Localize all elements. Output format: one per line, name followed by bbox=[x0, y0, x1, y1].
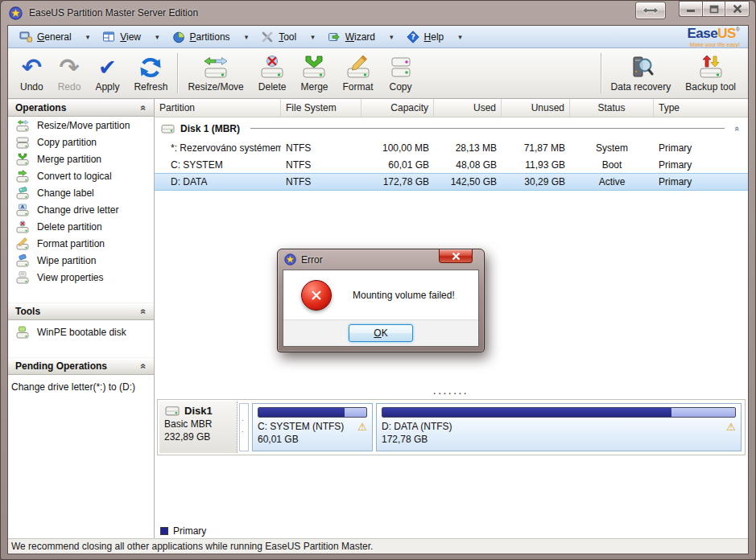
sidebar-item-view-properties[interactable]: View properties bbox=[8, 269, 154, 286]
window-title: EaseUS Partition Master Server Edition bbox=[29, 7, 198, 19]
backup-tool-button[interactable]: Backup tool bbox=[678, 50, 743, 97]
chevron-down-icon: ▾ bbox=[245, 33, 249, 41]
tools-panel-header[interactable]: Tools « bbox=[8, 303, 154, 320]
menu-wizard[interactable]: Wizard ▾ bbox=[321, 29, 400, 45]
menu-label: Tool bbox=[279, 31, 296, 43]
view-icon bbox=[102, 31, 115, 43]
redo-icon: ↷ bbox=[59, 55, 79, 80]
menu-bar: General ▾ View ▾ Partitions ▾ Tool ▾ Wiz… bbox=[8, 26, 748, 48]
brand-tagline: Make your life easy! bbox=[688, 42, 741, 47]
ok-label: OK bbox=[374, 327, 387, 339]
dialog-close-button[interactable] bbox=[439, 249, 473, 263]
table-row[interactable]: C: SYSTEM NTFS 60,01 GB 48,08 GB 11,93 G… bbox=[155, 156, 748, 173]
resize-move-button[interactable]: Resize/Move bbox=[180, 50, 250, 97]
disk-map-partition-c[interactable]: C: SYSTEM (NTFS) ⚠ 60,01 GB bbox=[252, 403, 373, 451]
tool-icon bbox=[261, 31, 274, 43]
cell-file-system: NTFS bbox=[281, 142, 361, 154]
toolbar-separator bbox=[177, 53, 178, 93]
cell-used: 142,50 GB bbox=[434, 176, 502, 187]
delete-button[interactable]: Delete bbox=[251, 50, 294, 97]
menu-tool[interactable]: Tool ▾ bbox=[254, 29, 321, 45]
disk-map-partition-d[interactable]: D: DATA (NTFS) ⚠ 172,78 GB bbox=[376, 403, 742, 451]
ok-button[interactable]: OK bbox=[349, 324, 413, 342]
format-button[interactable]: Format bbox=[336, 50, 381, 97]
apply-label: Apply bbox=[95, 81, 119, 93]
sidebar-item-convert-to-logical[interactable]: Convert to logical bbox=[8, 167, 154, 184]
table-header: Partition File System Capacity Used Unus… bbox=[155, 99, 748, 117]
format-label: Format bbox=[343, 81, 374, 93]
disk-info-cell[interactable]: Disk1 Basic MBR 232,89 GB bbox=[159, 401, 238, 453]
apply-button[interactable]: ✔ Apply bbox=[88, 50, 126, 97]
partitions-icon bbox=[172, 31, 185, 43]
toolbar-separator bbox=[601, 53, 601, 93]
sidebar-item-format-partition[interactable]: Format partition bbox=[8, 235, 154, 252]
close-icon bbox=[733, 4, 742, 14]
collapse-chevron-icon: « bbox=[733, 126, 742, 130]
window-maximize-button[interactable] bbox=[702, 1, 725, 17]
menu-general[interactable]: General ▾ bbox=[13, 29, 96, 45]
brand-us: US bbox=[717, 26, 736, 41]
merge-button[interactable]: Merge bbox=[293, 50, 335, 97]
collapse-chevron-icon: « bbox=[138, 105, 150, 111]
disk-kind: Basic MBR bbox=[164, 418, 232, 430]
table-row[interactable]: *: Rezervováno systémem NTFS 100,00 MB 2… bbox=[155, 139, 748, 156]
sidebar-item-copy-partition[interactable]: Copy partition bbox=[8, 134, 154, 150]
resize-move-label: Resize/Move bbox=[188, 81, 243, 93]
window-titlebar[interactable]: EaseUS Partition Master Server Edition bbox=[1, 1, 755, 25]
merge-icon bbox=[301, 55, 327, 80]
easeus-logo: EaseUS® Make your life easy! bbox=[688, 27, 741, 47]
menu-help[interactable]: ? Help ▾ bbox=[400, 29, 469, 45]
disk-map-partition-reserved[interactable]: · · bbox=[239, 403, 249, 451]
sidebar-item-winpe-bootable-disk[interactable]: WinPE bootable disk bbox=[8, 323, 154, 340]
pending-operations-panel-header[interactable]: Pending Operations « bbox=[8, 357, 154, 375]
sidebar-item-change-label[interactable]: Change label bbox=[8, 184, 154, 201]
cell-used: 28,13 MB bbox=[434, 142, 502, 154]
sidebar-item-label: Convert to logical bbox=[37, 171, 112, 182]
group-divider-line bbox=[250, 128, 725, 129]
column-header-file-system: File System bbox=[281, 99, 361, 117]
disk-group-row[interactable]: Disk 1 (MBR) « bbox=[155, 117, 748, 139]
undo-button[interactable]: ↶ Undo bbox=[13, 50, 51, 97]
window-close-button[interactable] bbox=[725, 1, 750, 17]
sidebar-item-resize-move-partition[interactable]: Resize/Move partition bbox=[8, 117, 154, 134]
window-minimize-button[interactable] bbox=[679, 1, 702, 17]
sidebar-item-change-drive-letter[interactable]: A Change drive letter bbox=[8, 201, 154, 218]
redo-button[interactable]: ↷ Redo bbox=[51, 50, 89, 97]
menu-label: View bbox=[120, 31, 141, 43]
view-properties-mini-icon bbox=[16, 271, 29, 284]
data-recovery-button[interactable]: Data recovery bbox=[604, 50, 679, 97]
table-row-selected[interactable]: D: DATA NTFS 172,78 GB 142,50 GB 30,29 G… bbox=[155, 173, 748, 191]
sidebar-item-label: Wipe partition bbox=[37, 255, 96, 266]
copy-label: Copy bbox=[390, 81, 412, 93]
sidebar-item-merge-partition[interactable]: Merge partition bbox=[8, 150, 154, 167]
wipe-mini-icon bbox=[16, 254, 29, 267]
cell-type: Primary bbox=[654, 142, 748, 154]
menu-view[interactable]: View ▾ bbox=[96, 29, 165, 45]
sidebar-item-wipe-partition[interactable]: Wipe partition bbox=[8, 252, 154, 269]
close-icon bbox=[452, 252, 461, 261]
dialog-body: ✕ Mounting volume failed! OK bbox=[283, 270, 479, 347]
wizard-icon bbox=[328, 31, 341, 43]
refresh-button[interactable]: Refresh bbox=[126, 50, 175, 97]
svg-text:A: A bbox=[21, 204, 25, 209]
delete-mini-icon bbox=[16, 220, 29, 233]
menu-partitions[interactable]: Partitions ▾ bbox=[166, 29, 255, 45]
sidebar-item-label: Change drive letter bbox=[37, 204, 118, 216]
sidebar-item-label: Copy partition bbox=[37, 137, 97, 148]
window-resize-button[interactable] bbox=[635, 2, 666, 19]
cell-type: Primary bbox=[654, 176, 748, 187]
sidebar-item-delete-partition[interactable]: Delete partition bbox=[8, 218, 154, 235]
disk-group-label: Disk 1 (MBR) bbox=[180, 123, 240, 134]
cell-unused: 30,29 GB bbox=[502, 176, 570, 187]
dialog-title: Error bbox=[301, 254, 323, 266]
partition-label: C: SYSTEM (NTFS) bbox=[258, 421, 344, 432]
pending-operation-item[interactable]: Change drive letter(*:) to (D:) bbox=[8, 375, 154, 393]
cell-unused: 71,87 MB bbox=[502, 142, 570, 154]
copy-button[interactable]: Copy bbox=[381, 50, 421, 97]
panel-splitter-handle[interactable]: ······· bbox=[155, 388, 748, 399]
legend-primary-swatch bbox=[160, 527, 168, 535]
disk-map: Disk1 Basic MBR 232,89 GB · · C: SYSTEM … bbox=[157, 399, 746, 455]
dialog-titlebar[interactable]: Error bbox=[283, 249, 479, 270]
delete-label: Delete bbox=[258, 81, 287, 93]
operations-panel-header[interactable]: Operations « bbox=[8, 99, 154, 117]
